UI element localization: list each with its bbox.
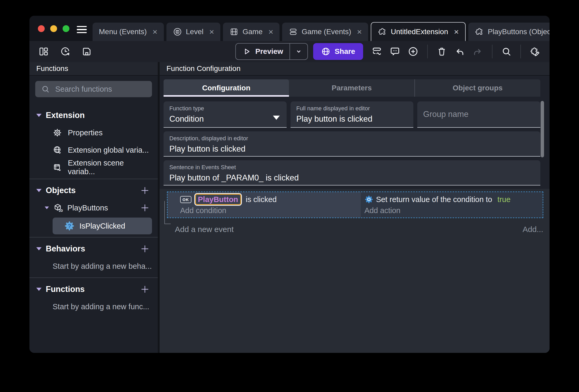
group-name-field[interactable]: [417, 101, 540, 128]
sidebar-item-properties[interactable]: Properties: [35, 124, 152, 141]
search-icon[interactable]: [501, 46, 512, 57]
svg-text:2D: 2D: [59, 209, 63, 213]
tab-menu-events[interactable]: Menu (Events) ×: [93, 23, 164, 41]
tab-parameters[interactable]: Parameters: [289, 79, 414, 97]
functions-empty-note[interactable]: Start by adding a new func...: [35, 298, 152, 315]
condition-instruction[interactable]: OK PlayButton is clicked: [180, 194, 361, 205]
function-configuration-panel: Function Configuration Configuration Par…: [160, 62, 550, 353]
add-behavior-button[interactable]: [140, 244, 150, 254]
sidebar-item-extension-scene-variables[interactable]: Extension scene variab...: [35, 159, 152, 176]
section-functions[interactable]: Functions: [35, 281, 152, 298]
gdevelop-gear-icon: [364, 195, 373, 204]
events-sheet[interactable]: OK PlayButton is clicked Add condition: [160, 189, 550, 353]
preview-options-button[interactable]: [290, 44, 307, 59]
globe-icon: [321, 47, 331, 56]
toolbar-divider: [520, 45, 521, 58]
event-tree-connector: [164, 201, 171, 224]
section-extension[interactable]: Extension: [35, 107, 152, 124]
add-new-event-link[interactable]: Add a new event: [175, 225, 234, 234]
add-action-link[interactable]: Add action: [364, 206, 543, 215]
redo-icon[interactable]: [472, 46, 483, 57]
zoom-window-button[interactable]: [63, 25, 69, 32]
close-window-button[interactable]: [38, 25, 45, 32]
toolbar: Preview Share: [29, 41, 550, 62]
add-object-button[interactable]: [140, 185, 150, 195]
comment-icon[interactable]: [389, 46, 400, 57]
tree-item-playbuttons[interactable]: 2D PlayButtons: [35, 199, 152, 216]
scene-icon: [173, 27, 182, 37]
save-icon[interactable]: [82, 46, 92, 57]
trash-icon[interactable]: [436, 46, 447, 57]
tab-game-events[interactable]: Game (Events) ×: [282, 23, 368, 41]
preview-button[interactable]: Preview: [235, 43, 308, 60]
actions-column[interactable]: Set return value of the condition to tru…: [361, 192, 543, 218]
tab-label: Level: [186, 28, 204, 36]
tab-label: Game (Events): [302, 28, 351, 36]
conditions-column[interactable]: OK PlayButton is clicked Add condition: [167, 192, 361, 218]
close-icon[interactable]: ×: [209, 28, 214, 36]
tab-playbuttons-object[interactable]: PlayButtons (Object) ×: [468, 23, 550, 41]
function-type-select[interactable]: Function type Condition: [164, 101, 287, 128]
action-value[interactable]: true: [497, 195, 511, 204]
selected-event[interactable]: OK PlayButton is clicked Add condition: [167, 192, 543, 218]
description-input[interactable]: [169, 144, 535, 154]
sentence-input[interactable]: [169, 173, 535, 183]
minimize-window-button[interactable]: [50, 25, 57, 32]
section-behaviors[interactable]: Behaviors: [35, 240, 152, 257]
add-more-link[interactable]: Add...: [523, 225, 543, 234]
extension-puzzle-icon: [475, 27, 484, 37]
share-label: Share: [335, 47, 355, 56]
add-other-event-icon[interactable]: [371, 46, 382, 57]
tab-game[interactable]: Game ×: [223, 23, 280, 41]
search-icon: [41, 85, 50, 94]
history-icon[interactable]: [60, 46, 70, 57]
description-field[interactable]: Description, displayed in editor: [164, 131, 540, 157]
search-functions-input[interactable]: [55, 85, 155, 94]
tab-label: UntitledExtension: [391, 28, 448, 36]
panels-layout-icon[interactable]: [38, 46, 49, 57]
close-icon[interactable]: ×: [454, 28, 459, 36]
preview-button-main[interactable]: Preview: [236, 44, 290, 59]
preview-label: Preview: [255, 47, 283, 56]
tab-label: Object groups: [453, 84, 503, 92]
full-name-field[interactable]: Full name displayed in editor: [291, 101, 414, 128]
add-object-function-button[interactable]: [140, 203, 150, 213]
tree-item-isplayclicked-selected[interactable]: ? IsPlayClicked: [53, 218, 152, 234]
add-circle-icon[interactable]: [408, 46, 419, 57]
item-label: IsPlayClicked: [79, 222, 125, 230]
window-controls: [38, 25, 69, 32]
chevron-down-icon: [36, 247, 42, 250]
add-function-button[interactable]: [140, 284, 150, 294]
tab-untitled-extension[interactable]: UntitledExtension ×: [371, 22, 466, 41]
add-condition-link[interactable]: Add condition: [180, 206, 361, 215]
events-sheet-icon: [288, 27, 298, 37]
editor-tabs: Menu (Events) × Level × Game ×: [93, 22, 550, 41]
action-instruction[interactable]: Set return value of the condition to tru…: [364, 194, 543, 205]
behaviors-empty-note[interactable]: Start by adding a new beha...: [35, 257, 152, 275]
scene-variables-icon: [53, 163, 62, 172]
toolbar-divider: [492, 45, 492, 58]
item-label: Properties: [68, 128, 103, 137]
group-name-input[interactable]: [423, 110, 535, 119]
share-button[interactable]: Share: [313, 43, 363, 60]
section-label: Behaviors: [46, 244, 85, 254]
condition-object-chip[interactable]: PlayButton: [195, 194, 241, 205]
close-icon[interactable]: ×: [268, 28, 273, 36]
undo-icon[interactable]: [454, 46, 465, 57]
item-label: PlayButtons: [67, 204, 108, 212]
tab-object-groups[interactable]: Object groups: [414, 79, 540, 97]
section-objects[interactable]: Objects: [35, 182, 152, 199]
search-functions-box[interactable]: [35, 81, 152, 97]
divider: [29, 179, 158, 179]
menu-hamburger-icon[interactable]: [77, 26, 87, 33]
tab-configuration[interactable]: Configuration: [164, 79, 289, 97]
vertical-scrollbar[interactable]: [541, 101, 544, 157]
sentence-field[interactable]: Sentence in Events Sheet: [164, 160, 540, 185]
full-name-input[interactable]: [296, 114, 408, 124]
close-icon[interactable]: ×: [153, 28, 158, 36]
section-label: Objects: [46, 186, 76, 195]
close-icon[interactable]: ×: [357, 28, 362, 36]
tab-level[interactable]: Level ×: [166, 23, 221, 41]
sidebar-item-extension-global-variables[interactable]: Extension global varia...: [35, 141, 152, 159]
edit-extension-icon[interactable]: [530, 46, 541, 57]
